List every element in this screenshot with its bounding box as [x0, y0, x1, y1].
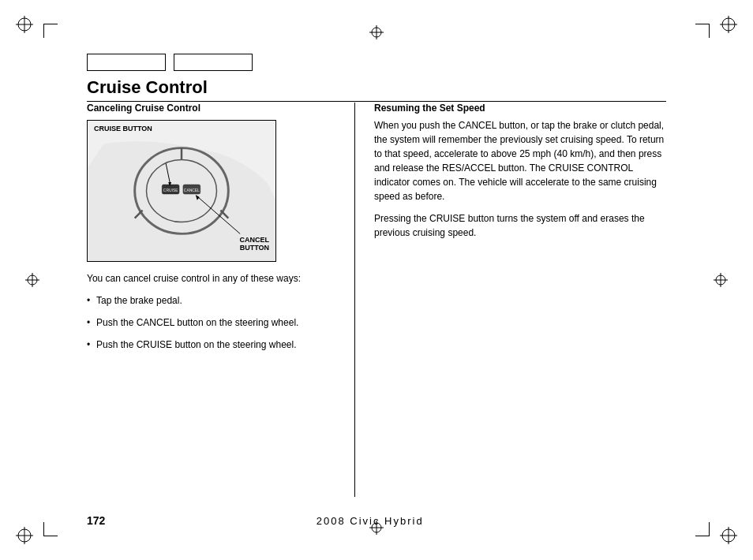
left-column: Canceling Cruise Control CRUISE BUTTON — [87, 103, 355, 497]
svg-text:CRUISE: CRUISE — [163, 189, 178, 192]
page-number: 172 — [87, 514, 105, 527]
reg-mark-tl — [16, 16, 33, 33]
crosshair-top — [369, 25, 384, 39]
right-column: Resuming the Set Speed When you push the… — [355, 103, 666, 497]
footer: 172 2008 Civic Hybrid — [87, 514, 666, 527]
corner-bracket-tr — [695, 24, 710, 38]
diagram-box: CRUISE BUTTON CRUISE — [87, 120, 276, 262]
left-section-title: Canceling Cruise Control — [87, 103, 339, 114]
corner-bracket-tl — [43, 24, 58, 38]
diagram-label-cruise-button: CRUISE BUTTON — [94, 125, 152, 133]
list-item-cancel-button: Push the CANCEL button on the steering w… — [87, 315, 339, 330]
corner-bracket-bl — [43, 522, 58, 536]
crosshair-right — [714, 273, 728, 287]
reg-mark-br — [720, 527, 737, 544]
header-tabs — [87, 54, 253, 71]
right-section-title: Resuming the Set Speed — [374, 103, 666, 114]
page-title: Cruise Control — [87, 77, 666, 102]
crosshair-left — [25, 273, 39, 287]
svg-text:CANCEL: CANCEL — [184, 189, 200, 192]
reg-mark-tr — [720, 16, 737, 33]
diagram-label-cancel-button: CANCELBUTTON — [240, 236, 270, 252]
canceling-body-text: You can cancel cruise control in any of … — [87, 271, 339, 286]
tab-box-right — [174, 54, 253, 71]
page-title-section: Cruise Control — [87, 77, 666, 102]
resuming-paragraph-1: When you push the CANCEL button, or tap … — [374, 118, 666, 203]
list-item-brake: Tap the brake pedal. — [87, 293, 339, 308]
corner-bracket-br — [695, 522, 710, 536]
tab-box-left — [87, 54, 166, 71]
cancel-methods-list: Tap the brake pedal. Push the CANCEL but… — [87, 293, 339, 352]
main-content: Canceling Cruise Control CRUISE BUTTON — [87, 103, 666, 497]
page: Cruise Control Canceling Cruise Control … — [0, 0, 753, 560]
resuming-paragraph-2: Pressing the CRUISE button turns the sys… — [374, 211, 666, 240]
footer-center-text: 2008 Civic Hybrid — [317, 515, 424, 527]
reg-mark-bl — [16, 527, 33, 544]
list-item-cruise-button: Push the CRUISE button on the steering w… — [87, 338, 339, 352]
